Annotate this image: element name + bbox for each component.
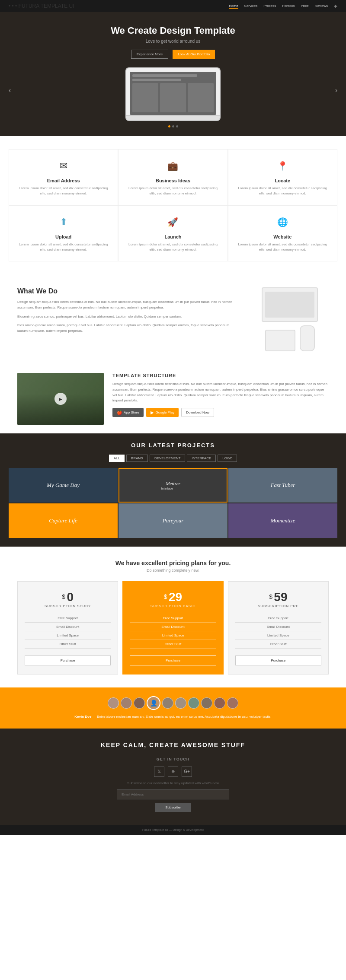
hero-dot-1[interactable] <box>168 125 170 127</box>
app-store-button[interactable]: 🍎 App Store <box>112 408 144 417</box>
download-button[interactable]: Download Now <box>181 408 214 417</box>
plan-2-purchase-button[interactable]: Purchase <box>130 655 216 665</box>
feature-launch-text: Lorem ipsum dolor sit amet, sed dix cons… <box>125 242 220 252</box>
feature-business-title: Business Ideas <box>125 178 220 183</box>
get-in-touch-heading: GET IN TOUCH <box>9 757 337 761</box>
template-structure-image: ▶ <box>17 373 104 425</box>
google-play-button[interactable]: ▶ Google Play <box>146 408 179 417</box>
filter-logo-button[interactable]: LOGO <box>218 455 237 462</box>
project-mygameday[interactable]: My Game Day <box>9 468 118 503</box>
hero-next-arrow[interactable]: › <box>335 86 337 94</box>
filter-brand-button[interactable]: BRAND <box>126 455 148 462</box>
nav-home[interactable]: Home <box>229 4 238 9</box>
filter-development-button[interactable]: DEVELOPMENT <box>150 455 185 462</box>
ts-text: Design sequam tiliqua t'diis lorem defin… <box>112 382 329 404</box>
ts-content: TEMPLATE STRUCTURE Design sequam tiliqua… <box>112 373 329 417</box>
nav-services[interactable]: Services <box>244 4 258 9</box>
wwd-heading: What We Do <box>17 287 234 295</box>
nav-reviews[interactable]: Reviews <box>315 4 328 9</box>
project-metizer-sub: Interface <box>161 487 173 490</box>
instagram-icon[interactable]: ⊕ <box>168 767 178 777</box>
projects-section: OUR LATEST PROJECTS ALL BRAND DEVELOPMEN… <box>0 433 346 547</box>
avatar-1[interactable] <box>108 697 119 709</box>
project-capturelife[interactable]: Capture Life <box>9 503 118 538</box>
play-button[interactable]: ▶ <box>54 393 67 405</box>
pricing-plan-2: $ 29 SUBSCRIPTION BASIC Free Support Sma… <box>122 581 223 675</box>
pricing-grid: $ 0 SUBSCRIPTION STUDY Free Support Smal… <box>17 581 329 675</box>
email-input[interactable] <box>117 789 229 799</box>
avatar-3[interactable] <box>134 697 145 709</box>
avatar-7[interactable] <box>188 697 199 709</box>
feature-website-text: Lorem ipsum dolor sit amet, sed dix cons… <box>235 242 330 252</box>
project-metizer[interactable]: Metizer Interface <box>119 468 227 503</box>
project-pureyour[interactable]: Pureyour <box>119 503 227 538</box>
feature-email-text: Lorem ipsum dolor sit amet, sed dix cons… <box>16 186 111 196</box>
plan-2-features: Free Support Small Discount Limited Spac… <box>130 614 216 649</box>
feature-locate-title: Locate <box>235 178 330 183</box>
googleplus-icon[interactable]: G+ <box>182 767 192 777</box>
project-filters: ALL BRAND DEVELOPMENT INTERFACE LOGO <box>9 455 337 462</box>
testimonial-author-detail: — Enim labore molestiae nam an. Eiale om… <box>93 715 272 719</box>
price-display-1: $ 0 <box>25 590 111 604</box>
wwd-para1: Design sequam tiliqua t'diis lorem defin… <box>17 299 234 311</box>
hero-prev-arrow[interactable]: ‹ <box>9 86 11 94</box>
footer-bottom: Futura Template UI — Design & Developmen… <box>0 825 346 835</box>
website-icon: 🌐 <box>275 214 290 230</box>
avatar-5[interactable] <box>162 697 173 709</box>
plan-1-purchase-button[interactable]: Purchase <box>25 655 111 665</box>
testimonial-section: 👤 Kevin Doe — Enim labore molestiae nam … <box>0 687 346 729</box>
project-fasttuber[interactable]: Fast Tuber <box>228 468 337 503</box>
hero-dot-3[interactable] <box>176 125 178 127</box>
avatar-10[interactable] <box>227 697 238 709</box>
locate-icon: 📍 <box>275 158 290 174</box>
price-display-3: $ 59 <box>235 590 321 604</box>
email-input-wrapper <box>117 789 229 799</box>
tablet-mockup <box>262 287 318 322</box>
nav-icon: ✈ <box>334 4 337 9</box>
plan-1-features: Free Support Small Discount Limited Spac… <box>25 614 111 649</box>
projects-heading: OUR LATEST PROJECTS <box>9 442 337 449</box>
hero-buttons: Experience More Look At Our Portfolio <box>9 50 337 59</box>
portfolio-button[interactable]: Look At Our Portfolio <box>173 50 215 59</box>
experience-more-button[interactable]: Experience More <box>131 50 168 59</box>
newsletter-text: Subscribe to our newsletter to stay upda… <box>9 781 337 785</box>
launch-icon: 🚀 <box>165 214 181 230</box>
testimonial-author: Kevin Doe <box>74 715 91 719</box>
nav-price[interactable]: Price <box>301 4 309 9</box>
pricing-section: We have excellent pricing plans for you.… <box>0 547 346 687</box>
plan-3-purchase-button[interactable]: Purchase <box>235 655 321 665</box>
copyright-text: Futura Template UI — Design & Developmen… <box>9 828 337 831</box>
avatar-6[interactable] <box>175 697 186 709</box>
wwd-devices <box>251 287 329 351</box>
feature-email-title: Email Address <box>16 178 111 183</box>
twitter-icon[interactable]: 𝕏 <box>154 767 164 777</box>
feature-business-text: Lorem ipsum dolor sit amet, sed dix cons… <box>125 186 220 196</box>
hero-dot-2[interactable] <box>172 125 174 127</box>
pricing-plan-3: $ 59 SUBSCRIPTION PRE Free Support Small… <box>228 581 329 675</box>
footer-cta: KEEP CALM, CREATE AWESOME STUFF <box>9 741 337 748</box>
nav-portfolio[interactable]: Portfolio <box>282 4 295 9</box>
nav-process[interactable]: Process <box>263 4 276 9</box>
filter-interface-button[interactable]: INTERFACE <box>187 455 216 462</box>
avatar-active[interactable]: 👤 <box>147 696 160 710</box>
nav-logo: • • • FUTURA TEMPLATE UI <box>9 3 74 9</box>
filter-all-button[interactable]: ALL <box>109 455 125 462</box>
projects-grid: My Game Day Metizer Interface Fast Tuber… <box>9 468 337 538</box>
pricing-plan-1: $ 0 SUBSCRIPTION STUDY Free Support Smal… <box>17 581 118 675</box>
google-icon: ▶ <box>151 410 154 415</box>
feature-launch: 🚀 Launch Lorem ipsum dolor sit amet, sed… <box>118 205 227 261</box>
footer-top: KEEP CALM, CREATE AWESOME STUFF GET IN T… <box>0 729 346 825</box>
avatar-8[interactable] <box>201 697 212 709</box>
project-momentize-label: Momentize <box>270 517 295 524</box>
hero-dots <box>9 121 337 132</box>
feature-launch-title: Launch <box>125 234 220 239</box>
hero-section: We Create Design Template Love to get wo… <box>0 12 346 136</box>
avatar-9[interactable] <box>214 697 225 709</box>
pricing-subheading: Do something completely new. <box>17 568 329 573</box>
subscribe-button[interactable]: Subscribe <box>155 803 191 812</box>
feature-email: ✉ Email Address Lorem ipsum dolor sit am… <box>9 149 118 205</box>
apple-icon: 🍎 <box>117 410 122 415</box>
project-momentize[interactable]: Momentize <box>228 503 337 538</box>
avatar-2[interactable] <box>121 697 132 709</box>
project-fasttuber-label: Fast Tuber <box>271 482 295 489</box>
